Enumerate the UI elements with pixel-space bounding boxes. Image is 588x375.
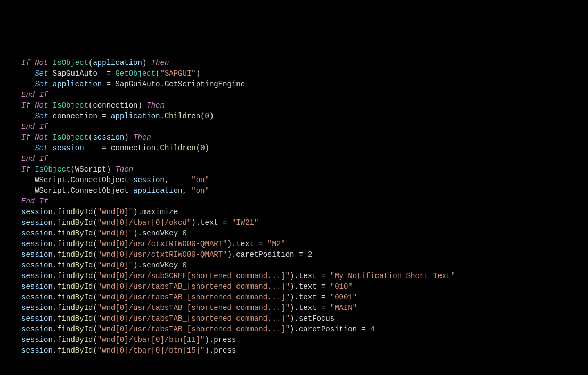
code-line: Set application = SapGuiAuto.GetScriptin…	[21, 79, 567, 89]
code-token: IsObject	[53, 133, 88, 142]
code-token: GetScriptingEngine	[165, 80, 245, 88]
code-token: If	[21, 101, 30, 110]
code-line: session.findById("wnd[0]").maximize	[21, 207, 567, 217]
code-token: "wnd[0]/usr/subSCREE[shortened command..…	[97, 272, 290, 280]
code-token: .	[295, 282, 299, 291]
code-token: Not	[35, 101, 48, 110]
code-token: (	[93, 282, 97, 291]
code-token: (	[70, 165, 75, 174]
code-token: application	[53, 80, 102, 88]
code-token: Children	[160, 144, 196, 152]
code-token: SapGuiAuto	[53, 69, 97, 78]
code-line: session.findById("wnd[0]/usr/tabsTAB_[sh…	[21, 303, 567, 313]
code-token: connection	[111, 144, 156, 152]
code-token: application	[93, 59, 142, 67]
code-token: )	[137, 101, 142, 110]
code-token: End	[21, 197, 35, 206]
code-token: session	[21, 336, 53, 344]
code-token: )	[290, 314, 294, 323]
code-token: If	[21, 165, 30, 174]
code-token: findById	[57, 282, 93, 291]
code-token: Set	[35, 144, 48, 152]
code-line: End If	[21, 196, 567, 207]
code-token: End	[21, 154, 35, 163]
code-token: press	[214, 346, 236, 355]
code-token: =	[295, 250, 308, 259]
code-token: =	[357, 325, 370, 333]
code-token: 0	[200, 144, 205, 152]
code-token	[48, 69, 52, 78]
code-token: findById	[57, 336, 93, 344]
code-token: .	[53, 304, 57, 312]
code-token: (	[200, 112, 205, 120]
code-token: text	[236, 240, 254, 248]
code-token: Children	[165, 112, 200, 120]
code-line: session.findById("wnd[0]/usr/ctxtRIWO00-…	[21, 239, 567, 249]
code-token: .	[53, 250, 57, 259]
code-token: "wnd[0]/usr/ctxtRIWO00-QMART"	[97, 240, 227, 248]
code-token: Then	[133, 133, 151, 142]
code-token: .	[295, 293, 299, 301]
code-token: "IW21"	[232, 218, 258, 227]
code-token: (	[93, 218, 97, 227]
code-token: )	[196, 69, 200, 78]
code-token: End	[21, 123, 35, 131]
code-token: "wnd[0]/tbar[0]/btn[11]"	[97, 336, 205, 344]
code-token: .	[53, 346, 57, 355]
code-token: .	[137, 261, 142, 270]
code-line: If Not IsObject(application) Then	[21, 58, 567, 68]
code-token	[129, 186, 133, 195]
code-line: WScript.ConnectObject application, "on"	[21, 185, 567, 196]
code-token: "M2"	[267, 240, 285, 248]
code-token: WScript	[35, 176, 66, 184]
code-token: 2	[308, 250, 312, 259]
code-token: GetObject	[115, 69, 156, 78]
code-token: (	[93, 208, 97, 216]
code-line: session.findById("wnd[0]/usr/tabsTAB_[sh…	[21, 281, 567, 292]
code-token: (	[196, 144, 200, 152]
code-token	[48, 80, 52, 88]
code-token: "wnd[0]/usr/tabsTAB_[shortened command..…	[97, 304, 290, 312]
code-token: session	[21, 240, 53, 248]
code-token: )	[209, 112, 214, 120]
code-token: text	[200, 218, 218, 227]
code-token: SapGuiAuto	[115, 80, 160, 88]
code-token: .	[137, 229, 142, 238]
code-token: .	[53, 240, 57, 248]
code-token: session	[21, 304, 53, 312]
code-token: .	[196, 218, 200, 227]
code-block: If Not IsObject(application) Then Set Sa…	[21, 58, 567, 356]
code-token: "wnd[0]"	[97, 261, 133, 270]
code-token: 0	[205, 112, 209, 120]
code-token: =	[317, 293, 330, 301]
code-token: Set	[35, 112, 48, 120]
code-line: session.findById("wnd[0]/usr/tabsTAB_[sh…	[21, 292, 567, 303]
code-token: If	[39, 154, 48, 163]
code-token: press	[214, 336, 236, 344]
code-line: Set SapGuiAuto = GetObject("SAPGUI")	[21, 68, 567, 79]
code-token	[146, 59, 151, 67]
code-token: .	[160, 80, 165, 88]
code-token: ,	[165, 176, 191, 184]
code-token: (	[93, 293, 97, 301]
code-token: )	[290, 282, 294, 291]
code-token: .	[295, 272, 299, 280]
code-line: session.findById("wnd[0]/tbar[0]/okcd").…	[21, 217, 567, 228]
code-token: If	[39, 197, 48, 206]
code-token: findById	[57, 240, 93, 248]
code-line: session.findById("wnd[0]/usr/tabsTAB_[sh…	[21, 313, 567, 324]
code-line: Set session = connection.Children(0)	[21, 143, 567, 153]
code-token: Set	[35, 69, 48, 78]
code-token: session	[133, 176, 165, 184]
code-token: 0	[183, 261, 187, 270]
code-token	[35, 123, 39, 131]
code-token: Then	[115, 165, 133, 174]
code-token: (	[93, 229, 97, 238]
code-token: application	[111, 112, 160, 120]
code-token	[129, 133, 133, 142]
code-token	[48, 144, 52, 152]
code-token: )	[290, 325, 294, 333]
code-token: .	[137, 208, 142, 216]
code-token	[35, 154, 39, 163]
code-token: 0	[183, 229, 187, 238]
